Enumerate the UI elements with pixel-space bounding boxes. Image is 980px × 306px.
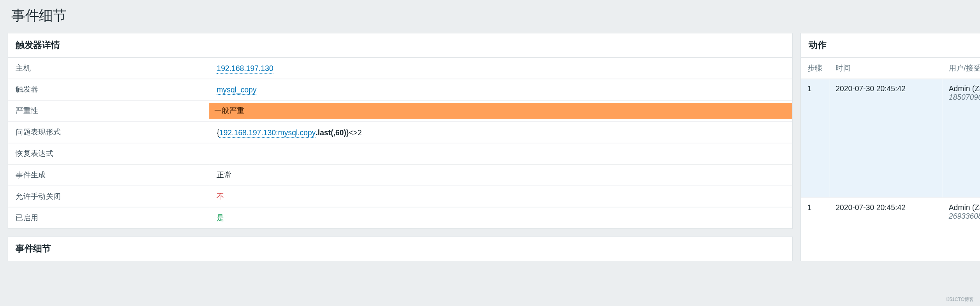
cell-time: 2020-07-30 20:45:42 [829,198,942,261]
value-manual-close: 不 [217,192,224,201]
cell-user: Admin (Zabbix Administrator)269336081@qq… [943,198,980,261]
link-host[interactable]: 192.168.197.130 [217,64,273,73]
panel-header: 事件细节 [8,237,792,261]
label-event-gen: 事件生成 [8,164,209,186]
label-host: 主机 [8,58,209,79]
link-trigger[interactable]: mysql_copy [217,85,256,95]
table-row: 12020-07-30 20:45:42Admin (Zabbix Admini… [801,198,980,261]
label-trigger: 触发器 [8,79,209,100]
label-manual-close: 允许手动关闭 [8,186,209,207]
panel-header: 动作 [801,33,980,58]
severity-badge: 一般严重 [209,103,792,119]
value-recovery [209,143,792,164]
col-time: 时间 [829,58,942,79]
page-title: 事件细节 [0,0,980,33]
value-enabled: 是 [217,213,224,222]
panel-event-details: 事件细节 事件 mysql_copy Operational data 0 严重… [7,236,793,261]
table-row: 12020-07-30 20:45:42Admin (Zabbix Admini… [801,79,980,197]
panel-actions: 动作 步骤 时间 用户/接受者 动作 信息/命令 状态 信息 12020-07-… [800,33,980,261]
label-enabled: 已启用 [8,207,209,228]
cell-time: 2020-07-30 20:45:42 [829,79,942,197]
label-recovery: 恢复表达式 [8,143,209,164]
cell-step: 1 [801,79,830,197]
label-expression: 问题表现形式 [8,122,209,143]
link-expression-host[interactable]: 192.168.197.130:mysql.copy [219,128,316,137]
cell-step: 1 [801,198,830,261]
panel-header: 触发器详情 [8,33,792,58]
col-step: 步骤 [801,58,830,79]
value-expression: {192.168.197.130:mysql.copy.last(,60)}<>… [209,122,792,143]
cell-user: Admin (Zabbix Administrator)18507096303 [943,79,980,197]
panel-trigger-details: 触发器详情 主机 192.168.197.130 触发器 mysql_copy … [7,33,793,229]
col-user: 用户/接受者 [943,58,980,79]
label-severity: 严重性 [8,100,209,122]
value-event-gen: 正常 [209,164,792,186]
